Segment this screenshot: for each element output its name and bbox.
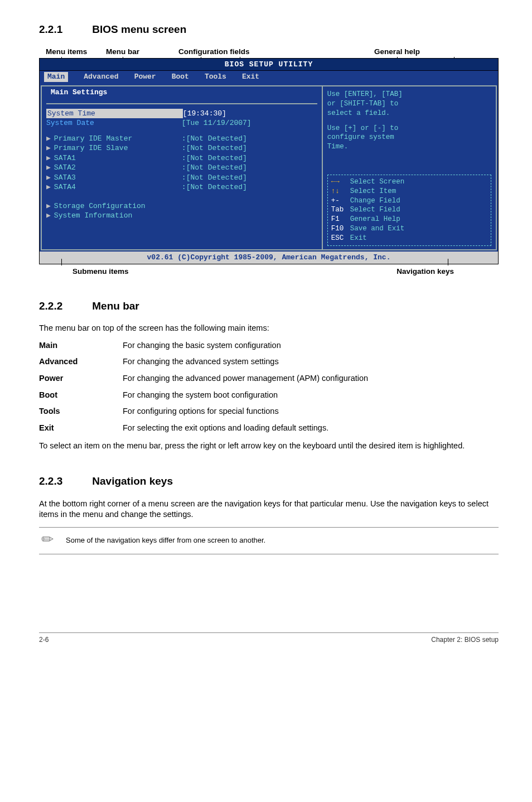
submenu-arrow-icon: ▶ [46,202,51,210]
submenu-arrow-icon: ▶ [46,134,51,143]
row-pide-master[interactable]: ▶Primary IDE Master :[Not Detected] [46,134,317,144]
row-sata3[interactable]: ▶SATA3 :[Not Detected] [46,173,317,183]
title-221: BIOS menu screen [92,23,186,35]
footer-left: 2-6 [39,635,49,644]
secnum-222: 2.2.2 [39,299,89,313]
tab-advanced[interactable]: Advanced [84,72,118,82]
submenu-arrow-icon: ▶ [46,173,51,182]
secnum-221: 2.2.1 [39,22,89,37]
system-time-value: [19:34:30] [183,109,317,119]
heading-222: 2.2.2 Menu bar [39,299,499,313]
row-storage-config[interactable]: ▶Storage Configuration [46,201,317,211]
note-pencil-icon: ✎ [35,528,60,553]
secnum-223: 2.2.3 [39,474,89,489]
title-223: Navigation keys [92,475,173,487]
label-menu-bar: Menu bar [106,47,139,56]
heading-221: 2.2.1 BIOS menu screen [39,22,499,37]
page-footer: 2-6 Chapter 2: BIOS setup [39,632,499,644]
row-sata2[interactable]: ▶SATA2 :[Not Detected] [46,163,317,173]
label-menu-items: Menu items [46,47,87,56]
submenu-arrow-icon: ▶ [46,163,51,172]
bios-bottom-labels: Submenu items Navigation keys [39,267,499,277]
bios-nav-box: ←→Select Screen ↑↓Select Item +-Change F… [327,175,491,246]
tab-boot[interactable]: Boot [172,72,189,82]
row-system-date[interactable]: System Date [Tue 11/19/2007] [46,118,317,128]
label-general-help: General help [374,47,420,56]
system-date-value: [Tue 11/19/2007] [182,118,317,128]
tab-power[interactable]: Power [134,72,156,82]
submenu-arrow-icon: ▶ [46,144,51,152]
bios-title: BIOS SETUP UTILITY [40,59,498,71]
arrows-lr-icon: ←→ [331,177,350,187]
system-time-label: System Time [46,109,183,119]
note-text: Some of the navigation keys differ from … [66,535,265,545]
outro-222: To select an item on the menu bar, press… [39,441,499,452]
row-sata1[interactable]: ▶SATA1 :[Not Detected] [46,153,317,163]
bios-section-title: Main Settings [49,88,109,98]
intro-222: The menu bar on top of the screen has th… [39,323,499,334]
menubar-definitions: MainFor changing the basic system config… [39,337,368,436]
bios-menubar[interactable]: Main Advanced Power Boot Tools Exit [40,71,498,84]
bios-top-labels: Menu items Menu bar Configuration fields… [39,47,499,57]
bios-window: BIOS SETUP UTILITY Main Advanced Power B… [39,58,499,264]
tab-main[interactable]: Main [44,72,68,82]
bios-footer: v02.61 (C)Copyright 1985-2009, American … [40,252,498,264]
bios-help-text: Use [ENTER], [TAB] or [SHIFT-TAB] to sel… [327,90,491,152]
body-223: At the bottom right corner of a menu scr… [39,499,499,520]
row-sata4[interactable]: ▶SATA4 :[Not Detected] [46,182,317,192]
submenu-arrow-icon: ▶ [46,154,51,162]
system-date-label: System Date [46,118,182,128]
submenu-arrow-icon: ▶ [46,211,51,220]
heading-223: 2.2.3 Navigation keys [39,474,499,489]
note-block: ✎ Some of the navigation keys differ fro… [39,527,499,554]
label-submenu-items: Submenu items [72,267,129,276]
tab-tools[interactable]: Tools [205,72,226,82]
submenu-arrow-icon: ▶ [46,183,51,191]
row-pide-slave[interactable]: ▶Primary IDE Slave :[Not Detected] [46,143,317,153]
bios-left-pane: Main Settings System Time [19:34:30] Sys… [41,85,322,250]
tab-exit[interactable]: Exit [242,72,259,82]
row-system-time[interactable]: System Time [19:34:30] [46,109,317,119]
title-222: Menu bar [92,300,139,312]
bios-right-pane: Use [ENTER], [TAB] or [SHIFT-TAB] to sel… [322,85,497,250]
row-system-info[interactable]: ▶System Information [46,211,317,221]
arrows-ud-icon: ↑↓ [331,187,350,196]
label-navigation-keys: Navigation keys [396,267,454,276]
label-config-fields: Configuration fields [178,47,250,56]
footer-right: Chapter 2: BIOS setup [431,635,499,644]
